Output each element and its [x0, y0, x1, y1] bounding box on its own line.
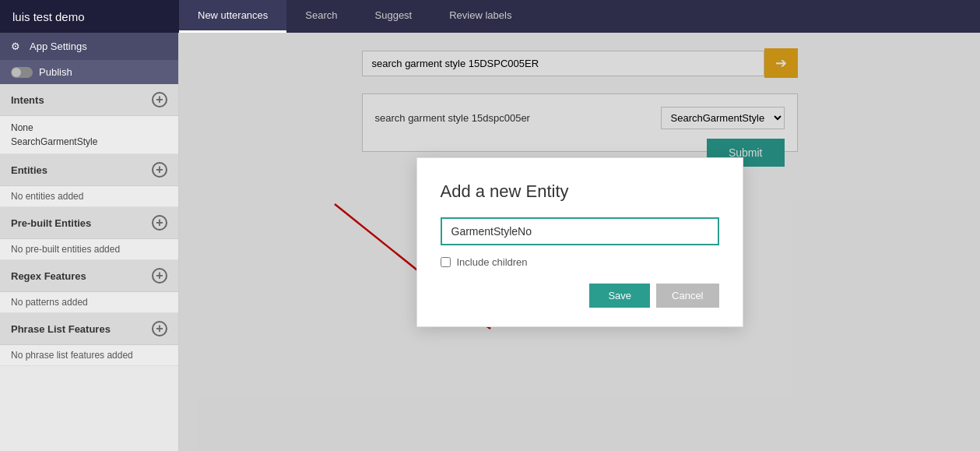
- add-entity-button[interactable]: +: [152, 162, 167, 178]
- add-regex-button[interactable]: +: [152, 268, 167, 284]
- prebuilt-list: No pre-built entities added: [0, 239, 178, 260]
- sidebar-app-settings[interactable]: ⚙ App Settings: [0, 33, 178, 60]
- intent-none[interactable]: None: [11, 121, 167, 135]
- content-area: ➔ search garment style 15dspc005er Searc…: [179, 33, 980, 451]
- sidebar-section-prebuilt: Pre-built Entities +: [0, 207, 178, 239]
- intent-search-garment-style[interactable]: SearchGarmentStyle: [11, 135, 167, 149]
- include-children-label: Include children: [457, 256, 528, 268]
- sidebar-section-regex: Regex Features +: [0, 260, 178, 292]
- sidebar: ⚙ App Settings Publish Intents + None Se…: [0, 33, 179, 451]
- include-children-checkbox[interactable]: [441, 257, 451, 267]
- modal-actions: Save Cancel: [441, 284, 719, 308]
- phrase-list: No phrase list features added: [0, 345, 178, 366]
- entities-list: No entities added: [0, 186, 178, 207]
- tab-search[interactable]: Search: [286, 0, 356, 33]
- entity-name-input[interactable]: [441, 217, 719, 245]
- include-children-row: Include children: [441, 256, 719, 268]
- add-entity-modal: Add a new Entity Include children Save C…: [416, 157, 743, 327]
- sidebar-section-phrase-list: Phrase List Features +: [0, 313, 178, 345]
- modal-overlay: Add a new Entity Include children Save C…: [179, 33, 980, 451]
- save-button[interactable]: Save: [589, 284, 650, 308]
- modal-title: Add a new Entity: [441, 181, 719, 202]
- intents-list: None SearchGarmentStyle: [0, 116, 178, 154]
- add-intent-button[interactable]: +: [152, 92, 167, 107]
- tab-suggest[interactable]: Suggest: [357, 0, 431, 33]
- cancel-button[interactable]: Cancel: [656, 284, 718, 308]
- tab-new-utterances[interactable]: New utterances: [179, 0, 286, 33]
- add-prebuilt-button[interactable]: +: [152, 215, 167, 231]
- app-title: luis test demo: [0, 0, 179, 33]
- sidebar-section-entities: Entities +: [0, 154, 178, 186]
- gear-icon: ⚙: [11, 41, 20, 52]
- sidebar-section-intents: Intents +: [0, 84, 178, 116]
- add-phrase-list-button[interactable]: +: [152, 321, 167, 336]
- publish-toggle[interactable]: [11, 67, 33, 78]
- top-tabs: New utterances Search Suggest Review lab…: [179, 0, 980, 33]
- tab-review-labels[interactable]: Review labels: [430, 0, 530, 33]
- regex-list: No patterns added: [0, 292, 178, 313]
- sidebar-publish[interactable]: Publish: [0, 60, 178, 84]
